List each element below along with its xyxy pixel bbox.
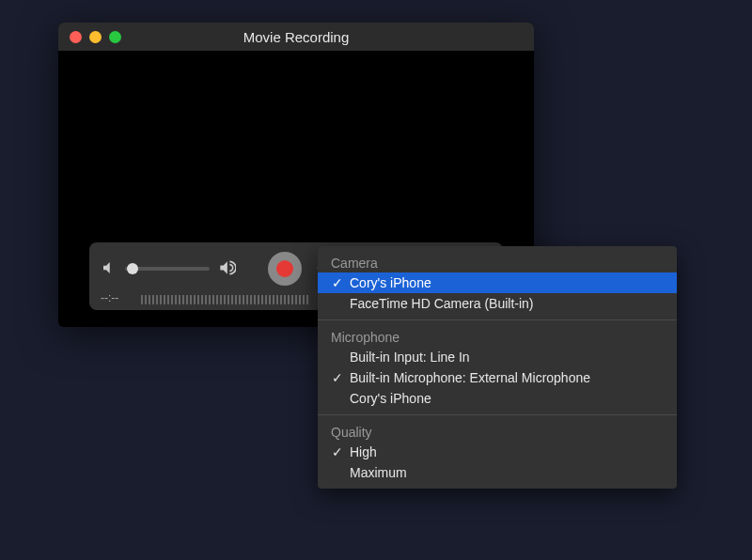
volume-low-icon: [101, 259, 118, 279]
menu-header: Microphone: [318, 326, 677, 347]
menu-item[interactable]: FaceTime HD Camera (Built-in): [318, 293, 677, 314]
menu-item-label: Maximum: [350, 465, 407, 480]
volume-high-icon: [217, 258, 236, 280]
menu-item[interactable]: Built-in Input: Line In: [318, 347, 677, 367]
menu-item[interactable]: ✓Built-in Microphone: External Microphon…: [318, 367, 677, 388]
check-icon: ✓: [331, 275, 344, 290]
recording-options-menu: Camera✓Cory's iPhoneFaceTime HD Camera (…: [318, 246, 677, 489]
menu-item-label: Cory's iPhone: [350, 391, 431, 406]
record-button[interactable]: [268, 252, 302, 286]
minimize-icon[interactable]: [89, 31, 102, 43]
menu-item[interactable]: Cory's iPhone: [318, 388, 677, 409]
menu-item-label: Built-in Input: Line In: [350, 350, 470, 365]
record-icon: [276, 260, 293, 277]
slider-knob[interactable]: [127, 263, 138, 274]
menu-item[interactable]: Maximum: [318, 462, 677, 483]
window-title: Movie Recording: [58, 29, 534, 45]
menu-header: Quality: [318, 421, 677, 442]
menu-item-label: High: [350, 444, 377, 459]
menu-item-label: FaceTime HD Camera (Built-in): [350, 296, 534, 311]
volume-slider[interactable]: [125, 267, 210, 271]
menu-item-label: Cory's iPhone: [350, 275, 431, 290]
traffic-lights: [58, 31, 121, 43]
zoom-icon[interactable]: [109, 31, 121, 43]
timer-text: --:--: [101, 291, 118, 304]
close-icon[interactable]: [70, 31, 82, 43]
check-icon: ✓: [331, 370, 344, 385]
titlebar: Movie Recording: [58, 23, 534, 51]
menu-item[interactable]: ✓High: [318, 442, 677, 462]
menu-item-label: Built-in Microphone: External Microphone: [350, 370, 590, 385]
menu-separator: [318, 414, 677, 415]
menu-item[interactable]: ✓Cory's iPhone: [318, 272, 677, 293]
menu-header: Camera: [318, 252, 677, 272]
check-icon: ✓: [331, 444, 344, 459]
menu-separator: [318, 319, 677, 320]
